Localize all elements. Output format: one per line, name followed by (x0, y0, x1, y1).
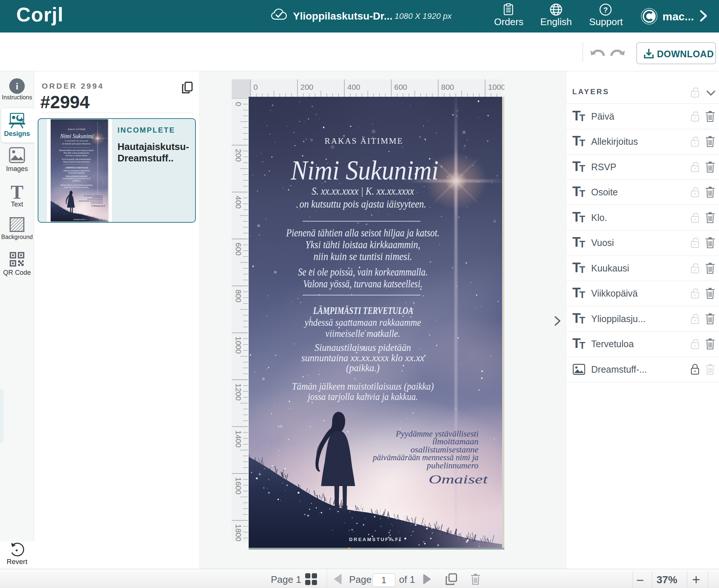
svg-text:600: 600 (234, 243, 243, 256)
svg-text:?: ? (603, 6, 608, 14)
svg-text:1800: 1800 (234, 524, 243, 541)
svg-text:0: 0 (234, 102, 243, 106)
svg-text:600: 600 (394, 83, 407, 91)
svg-text:200: 200 (300, 83, 313, 91)
svg-text:200: 200 (234, 149, 243, 162)
svg-text:1000: 1000 (488, 83, 504, 91)
svg-text:400: 400 (347, 83, 360, 91)
svg-text:1400: 1400 (234, 430, 243, 448)
svg-text:1200: 1200 (234, 383, 243, 401)
svg-text:1600: 1600 (234, 477, 243, 495)
svg-text:0: 0 (253, 83, 258, 91)
svg-text:800: 800 (234, 290, 243, 302)
svg-text:1000: 1000 (234, 336, 243, 354)
svg-text:800: 800 (441, 83, 454, 91)
svg-text:400: 400 (234, 196, 243, 209)
